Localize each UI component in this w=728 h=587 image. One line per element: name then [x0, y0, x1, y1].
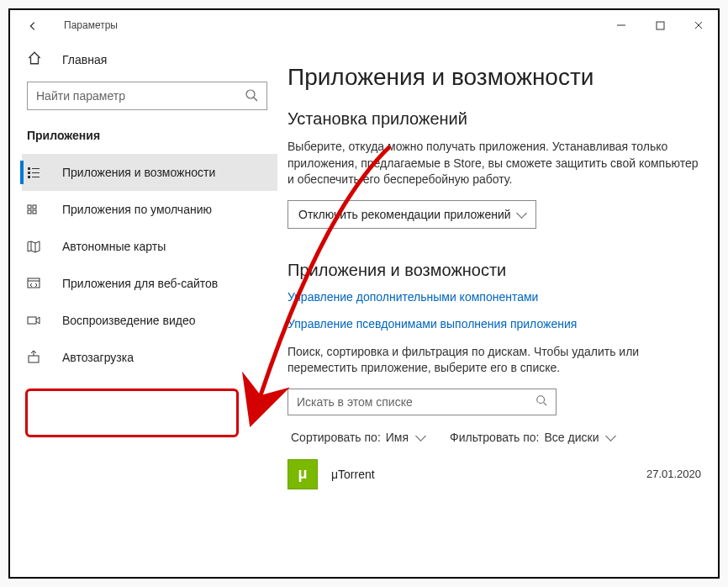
- search-apps-input[interactable]: Искать в этом списке: [288, 389, 557, 415]
- filter-value: Все диски: [545, 431, 599, 444]
- install-desc: Выберите, откуда можно получать приложен…: [288, 139, 701, 188]
- sidebar-item-offline-maps[interactable]: Автономные карты: [22, 228, 277, 265]
- website-icon: [27, 277, 44, 290]
- sidebar-item-websites[interactable]: Приложения для веб-сайтов: [22, 265, 277, 302]
- nav-label: Приложения и возможности: [62, 166, 215, 179]
- app-name: μTorrent: [331, 468, 646, 481]
- svg-rect-6: [28, 167, 30, 170]
- back-button[interactable]: [27, 20, 37, 30]
- search-settings-input[interactable]: Найти параметр: [27, 82, 267, 110]
- home-label: Главная: [62, 53, 107, 66]
- app-list-item[interactable]: μ μTorrent 27.01.2020: [288, 456, 701, 493]
- svg-point-4: [246, 90, 255, 98]
- svg-rect-12: [28, 205, 31, 209]
- sidebar: Главная Найти параметр Приложения Прилож…: [10, 40, 277, 577]
- sort-label: Сортировать по:: [291, 431, 381, 444]
- svg-rect-19: [29, 356, 39, 362]
- install-heading: Установка приложений: [288, 109, 701, 129]
- link-optional-features[interactable]: Управление дополнительными компонентами: [288, 290, 701, 304]
- nav-label: Приложения для веб-сайтов: [62, 277, 218, 290]
- sort-value: Имя: [386, 431, 409, 444]
- chevron-down-icon: [414, 431, 425, 444]
- utorrent-icon: μ: [288, 459, 318, 489]
- svg-rect-15: [33, 210, 36, 214]
- link-execution-aliases[interactable]: Управление псевдонимами выполнения прило…: [288, 317, 701, 331]
- close-button[interactable]: [679, 12, 718, 39]
- svg-rect-7: [32, 168, 40, 169]
- svg-rect-13: [33, 205, 36, 209]
- search-apps-placeholder: Искать в этом списке: [297, 395, 413, 409]
- search-icon: [245, 88, 258, 104]
- apps-heading: Приложения и возможности: [288, 261, 701, 280]
- main-content: Приложения и возможности Установка прило…: [277, 40, 718, 577]
- dropdown-value: Отключить рекомендации приложений: [298, 208, 511, 221]
- svg-rect-1: [657, 22, 664, 29]
- chevron-down-icon: [604, 431, 615, 444]
- nav-label: Автозагрузка: [62, 351, 134, 364]
- startup-icon: [27, 351, 44, 364]
- svg-point-20: [537, 396, 545, 404]
- svg-rect-11: [32, 177, 40, 177]
- settings-window: Параметры Главная Найти параметр: [8, 8, 720, 579]
- chevron-down-icon: [514, 208, 525, 221]
- svg-rect-8: [28, 172, 30, 174]
- nav-label: Приложения по умолчанию: [62, 203, 212, 216]
- search-icon: [535, 394, 547, 409]
- minimize-button[interactable]: [602, 12, 641, 39]
- search-placeholder: Найти параметр: [36, 89, 125, 103]
- sidebar-item-apps-features[interactable]: Приложения и возможности: [22, 154, 277, 191]
- titlebar: Параметры: [10, 10, 718, 40]
- app-date: 27.01.2020: [646, 468, 701, 480]
- svg-rect-9: [32, 172, 40, 173]
- sort-by-selector[interactable]: Сортировать по: Имя: [291, 431, 425, 444]
- install-source-dropdown[interactable]: Отключить рекомендации приложений: [288, 200, 536, 229]
- window-title: Параметры: [64, 19, 118, 31]
- video-icon: [27, 314, 44, 327]
- page-title: Приложения и возможности: [288, 64, 701, 91]
- list-icon: [27, 166, 44, 179]
- map-icon: [27, 240, 44, 253]
- filter-label: Фильтровать по:: [450, 431, 539, 444]
- home-icon: [27, 50, 44, 68]
- sidebar-item-video[interactable]: Воспроизведение видео: [22, 302, 277, 339]
- home-nav[interactable]: Главная: [22, 44, 277, 78]
- filter-by-selector[interactable]: Фильтровать по: Все диски: [450, 431, 615, 444]
- apps-desc: Поиск, сортировка и фильтрация по дискам…: [288, 344, 701, 377]
- sidebar-item-startup[interactable]: Автозагрузка: [22, 339, 277, 376]
- nav-label: Автономные карты: [62, 240, 166, 253]
- svg-rect-10: [28, 176, 30, 178]
- defaults-icon: [27, 203, 44, 216]
- maximize-button[interactable]: [641, 12, 679, 39]
- sidebar-item-default-apps[interactable]: Приложения по умолчанию: [22, 191, 277, 228]
- section-title: Приложения: [22, 122, 277, 154]
- svg-rect-16: [28, 278, 40, 288]
- svg-line-5: [254, 98, 257, 101]
- svg-rect-18: [28, 317, 36, 324]
- nav-label: Воспроизведение видео: [62, 314, 195, 327]
- svg-rect-14: [28, 210, 31, 214]
- svg-line-21: [544, 403, 547, 406]
